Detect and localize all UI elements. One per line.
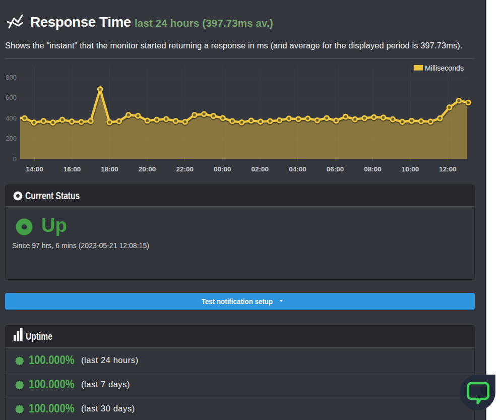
svg-text:Milliseconds: Milliseconds bbox=[425, 64, 464, 72]
svg-text:02:00: 02:00 bbox=[251, 165, 269, 173]
svg-text:06:00: 06:00 bbox=[327, 165, 344, 173]
svg-text:20:00: 20:00 bbox=[139, 165, 156, 173]
svg-text:0: 0 bbox=[13, 155, 17, 163]
svg-text:800: 800 bbox=[6, 74, 17, 81]
svg-text:16:00: 16:00 bbox=[64, 165, 81, 173]
svg-text:00:00: 00:00 bbox=[214, 165, 231, 173]
svg-text:10:00: 10:00 bbox=[402, 165, 419, 173]
svg-text:14:00: 14:00 bbox=[26, 165, 43, 173]
svg-text:12:00: 12:00 bbox=[439, 165, 457, 173]
svg-text:04:00: 04:00 bbox=[289, 165, 306, 173]
svg-text:08:00: 08:00 bbox=[364, 165, 382, 173]
svg-text:600: 600 bbox=[6, 94, 17, 101]
svg-text:400: 400 bbox=[6, 114, 17, 122]
svg-text:22:00: 22:00 bbox=[176, 165, 194, 173]
svg-text:18:00: 18:00 bbox=[101, 165, 118, 173]
svg-text:200: 200 bbox=[6, 135, 17, 142]
